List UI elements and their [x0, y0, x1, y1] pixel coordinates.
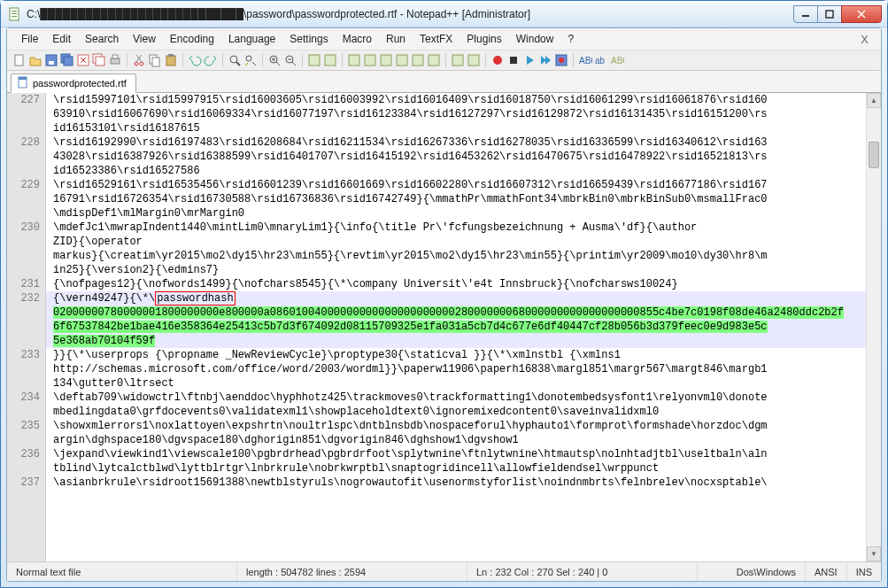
svg-rect-26: [166, 56, 175, 66]
spell-next-icon[interactable]: ab: [594, 53, 608, 67]
find-icon[interactable]: [228, 53, 242, 67]
code-line[interactable]: \rsid16529161\rsid16535456\rsid16601239\…: [46, 178, 866, 192]
svg-rect-41: [365, 55, 375, 66]
indent-guide-icon[interactable]: [379, 53, 393, 67]
cut-icon[interactable]: [132, 53, 146, 67]
print-icon[interactable]: [108, 53, 122, 67]
replace-icon[interactable]: [243, 53, 258, 67]
svg-point-48: [493, 56, 502, 65]
play-multi-icon[interactable]: [538, 53, 552, 67]
menu-help[interactable]: ?: [560, 30, 581, 48]
menu-window[interactable]: Window: [509, 30, 561, 48]
stop-macro-icon[interactable]: [506, 53, 521, 67]
code-line[interactable]: {\vern49247}{\*\passwordhash: [46, 291, 866, 306]
new-file-icon[interactable]: [12, 53, 27, 67]
scroll-up-icon[interactable]: ▲: [867, 93, 881, 108]
folder-icon[interactable]: [451, 53, 465, 67]
svg-text:ab: ab: [595, 56, 606, 66]
code-line[interactable]: 16791\rsid16726354\rsid16730588\rsid1673…: [46, 192, 866, 206]
code-line[interactable]: 5e368ab70104f59f: [46, 334, 866, 348]
code-line[interactable]: id16523386\rsid16527586: [46, 164, 866, 178]
code-line[interactable]: 43028\rsid16387926\rsid16388599\rsid1640…: [46, 150, 866, 164]
close-button[interactable]: [841, 5, 882, 23]
svg-point-20: [135, 62, 138, 66]
code-line[interactable]: tblind\lytcalctblwd\lyttblrtgr\lnbrkrule…: [46, 461, 866, 476]
svg-rect-49: [510, 57, 517, 64]
scroll-thumb[interactable]: [869, 142, 879, 168]
spell-prev-icon[interactable]: ABC: [610, 53, 624, 67]
scroll-down-icon[interactable]: ▼: [867, 546, 881, 561]
save-macro-icon[interactable]: [554, 53, 568, 67]
zoom-out-icon[interactable]: [283, 53, 297, 67]
line-number: [7, 206, 45, 220]
close-icon[interactable]: [76, 53, 90, 67]
code-line[interactable]: 63910\rsid16067690\rsid16069334\rsid1607…: [46, 107, 866, 121]
paste-icon[interactable]: [164, 53, 178, 67]
undo-icon[interactable]: [188, 53, 202, 67]
code-line[interactable]: }}{\*\userprops {\propname _NewReviewCyc…: [46, 348, 866, 362]
svg-rect-5: [826, 11, 833, 18]
code-line[interactable]: {\nofpages12}{\nofwords1499}{\nofchars85…: [46, 277, 866, 291]
monitor-icon[interactable]: [467, 53, 481, 67]
svg-text:ABC: ABC: [579, 56, 592, 66]
open-file-icon[interactable]: [28, 53, 42, 67]
code-line[interactable]: \asianbrkrule\rsidroot15691388\newtblsty…: [46, 476, 866, 490]
user-lang-icon[interactable]: [395, 53, 409, 67]
menu-plugins[interactable]: Plugins: [459, 30, 508, 48]
editor[interactable]: 227228229230231232233234235236237 \rsid1…: [7, 93, 881, 561]
minimize-button[interactable]: [793, 5, 818, 23]
zoom-in-icon[interactable]: [267, 53, 282, 67]
code-line[interactable]: in25}{\version2}{\edmins7}: [46, 263, 866, 277]
menu-macro[interactable]: Macro: [336, 30, 379, 48]
maximize-button[interactable]: [817, 5, 842, 23]
menu-language[interactable]: Language: [221, 30, 282, 48]
copy-icon[interactable]: [148, 53, 162, 67]
close-all-icon[interactable]: [92, 53, 106, 67]
status-eol: Dos\Windows: [728, 562, 806, 581]
code-line[interactable]: \rsid15997101\rsid15997915\rsid16003605\…: [46, 93, 866, 107]
menu-textfx[interactable]: TextFX: [413, 30, 459, 48]
sync-h-icon[interactable]: [323, 53, 337, 67]
editor-body[interactable]: \rsid15997101\rsid15997915\rsid16003605\…: [46, 93, 866, 561]
code-line[interactable]: \mdefJc1\mwrapIndent1440\mintLim0\mnaryL…: [46, 220, 866, 235]
code-line[interactable]: argin\dghspace180\dgvspace180\dghorigin8…: [46, 433, 866, 447]
code-line[interactable]: mbedlingdata0\grfdocevents0\validatexml1…: [46, 405, 866, 419]
redo-icon[interactable]: [204, 53, 218, 67]
code-line[interactable]: \rsid16192990\rsid16197483\rsid16208684\…: [46, 135, 866, 150]
tab-passwordprotected[interactable]: passwordprotected.rtf: [11, 74, 136, 93]
menu-settings[interactable]: Settings: [282, 30, 335, 48]
func-list-icon[interactable]: [427, 53, 441, 67]
save-all-icon[interactable]: [60, 53, 74, 67]
code-line[interactable]: \deftab709\widowctrl\ftnbj\aenddoc\hyphh…: [46, 391, 866, 405]
code-line[interactable]: \jexpand\viewkind1\viewscale100\pgbrdrhe…: [46, 447, 866, 461]
sync-v-icon[interactable]: [307, 53, 321, 67]
toolbar: ABCabABC: [7, 50, 881, 71]
menu-run[interactable]: Run: [379, 30, 413, 48]
code-line[interactable]: 134\gutter0\ltrsect: [46, 376, 866, 391]
code-line[interactable]: id16153101\rsid16187615: [46, 121, 866, 135]
code-line[interactable]: ZID}{\operator: [46, 235, 866, 249]
save-icon[interactable]: [44, 53, 58, 67]
spell-check-icon[interactable]: ABC: [578, 53, 592, 67]
menu-encoding[interactable]: Encoding: [163, 30, 221, 48]
code-line[interactable]: markus}{\creatim\yr2015\mo2\dy15\hr23\mi…: [46, 249, 866, 263]
menu-edit[interactable]: Edit: [45, 30, 78, 48]
play-macro-icon[interactable]: [522, 53, 537, 67]
word-wrap-icon[interactable]: [347, 53, 361, 67]
menu-search[interactable]: Search: [78, 30, 126, 48]
record-macro-icon[interactable]: [490, 53, 505, 67]
doc-map-icon[interactable]: [411, 53, 425, 67]
code-line[interactable]: \mdispDef1\mlMargin0\mrMargin0: [46, 206, 866, 220]
svg-rect-18: [111, 58, 120, 64]
code-line[interactable]: \showxmlerrors1\noxlattoyen\expshrtn\nou…: [46, 419, 866, 433]
toolbar-separator: [302, 53, 303, 67]
show-all-icon[interactable]: [363, 53, 377, 67]
menu-view[interactable]: View: [126, 30, 163, 48]
app-icon: [8, 7, 22, 21]
menu-file[interactable]: File: [14, 30, 45, 48]
code-line[interactable]: http://schemas.microsoft.com/office/word…: [46, 362, 866, 376]
vertical-scrollbar[interactable]: ▲ ▼: [866, 93, 881, 561]
code-line[interactable]: 6f67537842be1bae416e358364e25413c5b7d3f6…: [46, 320, 866, 334]
code-line[interactable]: 02000000780000001800000000e800000a086010…: [46, 306, 866, 320]
menu-close-x[interactable]: X: [855, 33, 874, 46]
